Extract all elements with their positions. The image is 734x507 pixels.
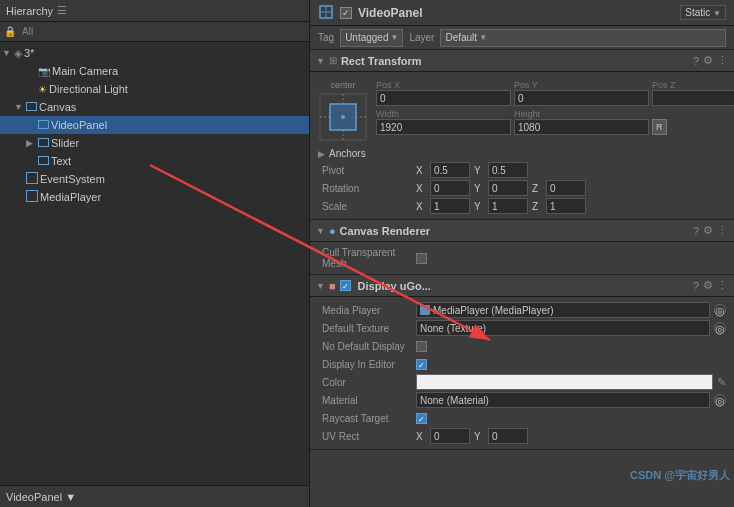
static-dropdown[interactable]: Static ▼	[680, 5, 726, 20]
media-player-value: MediaPlayer (MediaPlayer) ◎	[416, 302, 726, 318]
material-ref[interactable]: None (Material)	[416, 392, 710, 408]
rot-x-input[interactable]	[430, 180, 470, 196]
rect-transform-more[interactable]: ⋮	[717, 54, 728, 67]
slider-label: Slider	[51, 137, 79, 149]
color-picker-field[interactable]	[416, 374, 713, 390]
bottom-bar-label[interactable]: VideoPanel ▼	[6, 491, 76, 503]
scene-root[interactable]: ▼ ◈ 3*	[0, 44, 309, 62]
display-ugo-fold: ▼	[316, 281, 325, 291]
width-sublabel: Width	[376, 109, 511, 119]
default-texture-label: Default Texture	[322, 323, 412, 334]
r-button[interactable]: R	[652, 119, 667, 135]
sidebar-item-videopanel[interactable]: ▶ VideoPanel	[0, 116, 309, 134]
default-texture-ref-picker[interactable]: ◎	[714, 322, 726, 334]
canvas-renderer-settings[interactable]: ⚙	[703, 224, 713, 237]
pos-z-input[interactable]	[652, 90, 734, 106]
mp-no-arrow: ▶	[14, 192, 26, 202]
uv-x-input[interactable]	[430, 428, 470, 444]
sidebar-item-directional-light[interactable]: ▶ ☀ Directional Light	[0, 80, 309, 98]
rect-transform-header[interactable]: ▼ ⊞ Rect Transform ? ⚙ ⋮	[310, 50, 734, 72]
sidebar-item-slider[interactable]: ▶ Slider	[0, 134, 309, 152]
pivot-x-input[interactable]	[430, 162, 470, 178]
hierarchy-menu[interactable]: ☰	[57, 4, 67, 17]
hierarchy-content: ▼ ◈ 3* ▶ 📷 Main Camera ▶ ☀ Directional L…	[0, 42, 309, 485]
sidebar-item-eventsystem[interactable]: ▶ EventSystem	[0, 170, 309, 188]
pos-x-input[interactable]	[376, 90, 511, 106]
display-ugo-help[interactable]: ?	[693, 280, 699, 292]
display-ugo-enable-checkbox[interactable]	[340, 280, 351, 291]
rot-x-label: X	[416, 183, 426, 194]
object-active-checkbox[interactable]	[340, 7, 352, 19]
eventsystem-label: EventSystem	[40, 173, 105, 185]
vp-no-arrow: ▶	[26, 120, 38, 130]
cull-checkbox[interactable]	[416, 253, 427, 264]
scale-z-input[interactable]	[546, 198, 586, 214]
canvas-renderer-icon: ●	[329, 225, 336, 237]
pos-y-group: Pos Y	[514, 80, 649, 106]
anchors-row: ▶ Anchors	[310, 146, 734, 161]
layer-dropdown[interactable]: Default ▼	[440, 29, 726, 47]
scale-x-label: X	[416, 201, 426, 212]
canvas-renderer-help[interactable]: ?	[693, 225, 699, 237]
rot-y-input[interactable]	[488, 180, 528, 196]
text-no-arrow: ▶	[26, 156, 38, 166]
tag-dropdown[interactable]: Untagged ▼	[340, 29, 403, 47]
display-ugo-header[interactable]: ▼ ■ Display uGo... ? ⚙ ⋮	[310, 275, 734, 297]
rect-transform-help[interactable]: ?	[693, 55, 699, 67]
rect-transform-title: Rect Transform	[341, 55, 689, 67]
sidebar-item-main-camera[interactable]: ▶ 📷 Main Camera	[0, 62, 309, 80]
no-default-display-checkbox[interactable]	[416, 341, 427, 352]
width-group: Width	[376, 109, 511, 135]
sidebar-item-mediaplayer[interactable]: ▶ MediaPlayer	[0, 188, 309, 206]
scale-label: Scale	[322, 201, 412, 212]
sidebar-item-canvas[interactable]: ▼ Canvas	[0, 98, 309, 116]
rot-z-input[interactable]	[546, 180, 586, 196]
display-in-editor-value	[416, 359, 726, 370]
pos-y-input[interactable]	[514, 90, 649, 106]
anchors-arrow[interactable]: ▶	[318, 149, 325, 159]
light-no-arrow: ▶	[26, 84, 38, 94]
default-texture-value: None (Texture) ◎	[416, 320, 726, 336]
material-value: None (Material) ◎	[416, 392, 726, 408]
media-player-ref[interactable]: MediaPlayer (MediaPlayer)	[416, 302, 710, 318]
media-player-ref-picker[interactable]: ◎	[714, 304, 726, 316]
display-ugo-settings[interactable]: ⚙	[703, 279, 713, 292]
scale-x-input[interactable]	[430, 198, 470, 214]
default-texture-ref[interactable]: None (Texture)	[416, 320, 710, 336]
scale-value: X Y Z	[416, 198, 726, 214]
videopanel-label: VideoPanel	[51, 119, 107, 131]
canvas-renderer-more[interactable]: ⋮	[717, 224, 728, 237]
display-in-editor-row: Display In Editor	[310, 355, 734, 373]
pos-x-group: Pos X	[376, 80, 511, 106]
uv-y-input[interactable]	[488, 428, 528, 444]
es-no-arrow: ▶	[14, 174, 26, 184]
no-default-display-row: No Default Display	[310, 337, 734, 355]
width-input[interactable]	[376, 119, 511, 135]
pos-x-sublabel: Pos X	[376, 80, 511, 90]
media-player-label: Media Player	[322, 305, 412, 316]
r-button-group: R	[652, 109, 734, 135]
search-icon[interactable]: All	[22, 26, 33, 37]
rect-transform-icon: ⊞	[329, 55, 337, 66]
material-row: Material None (Material) ◎	[310, 391, 734, 409]
sidebar-item-text[interactable]: ▶ Text	[0, 152, 309, 170]
canvas-renderer-fold: ▼	[316, 226, 325, 236]
rect-transform-settings[interactable]: ⚙	[703, 54, 713, 67]
scale-y-input[interactable]	[488, 198, 528, 214]
canvas-renderer-header[interactable]: ▼ ● Canvas Renderer ? ⚙ ⋮	[310, 220, 734, 242]
rect-transform-body: center	[310, 72, 734, 220]
material-ref-picker[interactable]: ◎	[714, 394, 726, 406]
rect-fold-arrow: ▼	[316, 56, 325, 66]
mediaplayer-label: MediaPlayer	[40, 191, 101, 203]
object-icon	[318, 4, 334, 22]
uv-y-label: Y	[474, 431, 484, 442]
color-edit-icon[interactable]: ✎	[717, 376, 726, 389]
canvas-arrow: ▼	[14, 102, 26, 112]
pivot-y-input[interactable]	[488, 162, 528, 178]
display-ugo-component: ▼ ■ Display uGo... ? ⚙ ⋮ Media Player Me…	[310, 275, 734, 450]
height-input[interactable]	[514, 119, 649, 135]
raycast-target-checkbox[interactable]	[416, 413, 427, 424]
display-ugo-more[interactable]: ⋮	[717, 279, 728, 292]
display-in-editor-checkbox[interactable]	[416, 359, 427, 370]
rect-diagram[interactable]	[318, 92, 368, 142]
